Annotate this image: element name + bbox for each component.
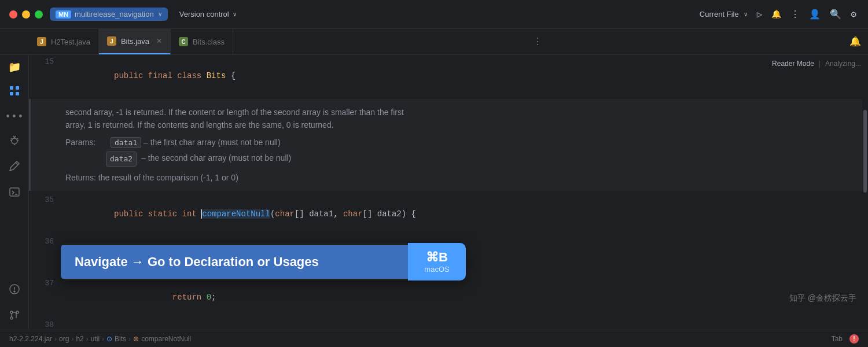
svg-rect-2 <box>10 92 13 95</box>
maximize-button[interactable] <box>35 10 43 19</box>
line-num-38: 38 <box>29 318 61 330</box>
tab-class-icon: C <box>179 37 188 46</box>
doc-param2-row: data2 – the second char array (must not … <box>106 152 856 167</box>
status-h2: h2 <box>76 335 83 343</box>
doc-params-heading: Params: <box>65 136 106 149</box>
more-actions-icon[interactable]: ⋮ <box>790 9 800 20</box>
code-line-15: 15 public final class Bits { <box>29 55 868 97</box>
line-code-38: } <box>61 318 868 330</box>
status-method-icon: ⊛ <box>133 335 139 343</box>
tab-bell-icon[interactable]: 🔔 <box>843 29 868 54</box>
titlebar-right: Current File ∨ ▷ 🔔 ⋮ 👤 🔍 ⚙ <box>700 9 856 20</box>
doc-returns: Returns: the result of the comparison (-… <box>65 171 856 184</box>
traffic-lights <box>9 10 43 19</box>
doc-returns-desc: the result of the comparison (-1, 1 or 0… <box>98 173 238 182</box>
line-num-36: 36 <box>29 235 61 249</box>
code-line-38: 38 } <box>29 318 868 330</box>
sidebar-terminal-icon[interactable] <box>9 186 20 201</box>
tabbar: J H2Test.java J Bits.java ✕ C Bits.class… <box>0 29 868 55</box>
sidebar-warning-icon[interactable] <box>9 283 20 298</box>
search-icon[interactable]: 🔍 <box>830 9 841 20</box>
tab-java-icon: J <box>107 36 116 46</box>
code-content: 15 public final class Bits { second arra… <box>29 55 868 330</box>
doc-params-label: Params: data1 – the first char array (mu… <box>65 136 856 149</box>
version-control-label: Version control <box>179 10 229 19</box>
tab-more-icon[interactable]: ⋮ <box>524 29 551 54</box>
sidebar-more-icon[interactable]: ••• <box>5 111 23 123</box>
status-right: Tab ! <box>832 334 859 344</box>
project-chevron-icon: ∨ <box>159 11 162 18</box>
tab-h2test-label: H2Test.java <box>51 38 90 46</box>
status-sep4: › <box>102 335 104 343</box>
current-file-selector[interactable]: Current File ∨ <box>700 10 748 19</box>
svg-point-8 <box>14 291 15 292</box>
sidebar-git-icon[interactable] <box>9 309 20 324</box>
run-icon[interactable]: ▷ <box>757 9 763 20</box>
line-code-15: public final class Bits { <box>61 55 868 97</box>
sidebar-structure-icon[interactable] <box>9 85 20 99</box>
current-file-chevron-icon: ∨ <box>744 11 748 17</box>
code-line-37: 37 return 0; <box>29 276 868 318</box>
line-code-37: return 0; <box>61 276 868 318</box>
svg-rect-1 <box>16 86 19 90</box>
status-sep2: › <box>71 335 73 343</box>
project-selector[interactable]: MN multirelease_navigation ∨ <box>50 8 168 21</box>
analyzing-status: Analyzing... <box>825 60 861 68</box>
tab-bits-java-label: Bits.java <box>121 37 149 46</box>
project-badge: MN <box>56 10 71 19</box>
status-util: util <box>91 335 100 343</box>
doc-param1-name: data1 <box>111 137 141 148</box>
sidebar-debug-icon[interactable] <box>9 134 20 149</box>
titlebar: MN multirelease_navigation ∨ Version con… <box>0 0 868 29</box>
status-method: compareNotNull <box>141 335 191 343</box>
tooltip-label: Navigate → Go to Declaration or Usages <box>75 254 319 269</box>
status-sep1: › <box>54 335 57 343</box>
reader-mode-button[interactable]: Reader Mode <box>772 60 814 68</box>
project-name-label: multirelease_navigation <box>75 10 154 19</box>
status-error-icon[interactable]: ! <box>849 334 859 344</box>
status-tab-label: Tab <box>832 335 843 343</box>
line-num-15: 15 <box>29 55 61 69</box>
status-bits-icon: ⊙ <box>106 335 112 343</box>
shortcut-os: macOS <box>424 265 449 274</box>
status-breadcrumb: h2-2.2.224.jar › org › h2 › util › ⊙ Bit… <box>9 335 828 343</box>
sidebar: 📁 ••• <box>0 55 29 330</box>
doc-returns-label: Returns: <box>65 173 98 182</box>
tooltip-text: Navigate → Go to Declaration or Usages <box>61 245 408 279</box>
statusbar: h2-2.2.224.jar › org › h2 › util › ⊙ Bit… <box>0 330 868 347</box>
line-num-37: 37 <box>29 276 61 290</box>
sidebar-folder-icon[interactable]: 📁 <box>8 61 21 73</box>
tab-close-icon[interactable]: ✕ <box>156 37 162 45</box>
editor-top-bar: Reader Mode | Analyzing... <box>765 55 868 72</box>
doc-param1-desc: – the first char array (must not be null… <box>144 138 281 147</box>
doc-description: second array, -1 is returned. If the con… <box>65 106 856 131</box>
tab-bits-class-label: Bits.class <box>193 38 225 46</box>
user-icon[interactable]: 👤 <box>809 9 821 20</box>
tab-java-icon: J <box>37 37 46 46</box>
status-error-count: ! <box>853 335 855 342</box>
minimize-button[interactable] <box>22 10 30 19</box>
doc-param2-name: data2 <box>106 152 137 167</box>
svg-rect-5 <box>10 188 19 196</box>
version-control-selector[interactable]: Version control ∨ <box>179 10 237 19</box>
tab-bits-class[interactable]: C Bits.class <box>171 29 233 54</box>
doc-param1: data1 – the first char array (must not b… <box>111 136 281 149</box>
tooltip-popup: Navigate → Go to Declaration or Usages ⌘… <box>61 243 466 280</box>
status-sep5: › <box>128 335 131 343</box>
tab-h2test[interactable]: J H2Test.java <box>29 29 99 54</box>
tab-bits-java[interactable]: J Bits.java ✕ <box>99 29 171 54</box>
settings-icon[interactable]: ⚙ <box>851 9 856 20</box>
shortcut-key: ⌘B <box>426 250 448 265</box>
close-button[interactable] <box>9 10 17 19</box>
editor-area[interactable]: Reader Mode | Analyzing... 15 public fin… <box>29 55 868 330</box>
svg-rect-0 <box>10 86 13 90</box>
scrollbar-thumb[interactable] <box>863 110 867 193</box>
debug-icon[interactable]: 🔔 <box>771 9 781 19</box>
sidebar-build-icon[interactable] <box>9 160 20 175</box>
version-control-chevron-icon: ∨ <box>233 11 237 17</box>
status-org: org <box>59 335 69 343</box>
scrollbar-track[interactable] <box>862 55 868 330</box>
svg-point-11 <box>10 317 13 319</box>
main-area: 📁 ••• <box>0 55 868 330</box>
code-line-35: 35 public static int compareNotNull(char… <box>29 193 868 235</box>
